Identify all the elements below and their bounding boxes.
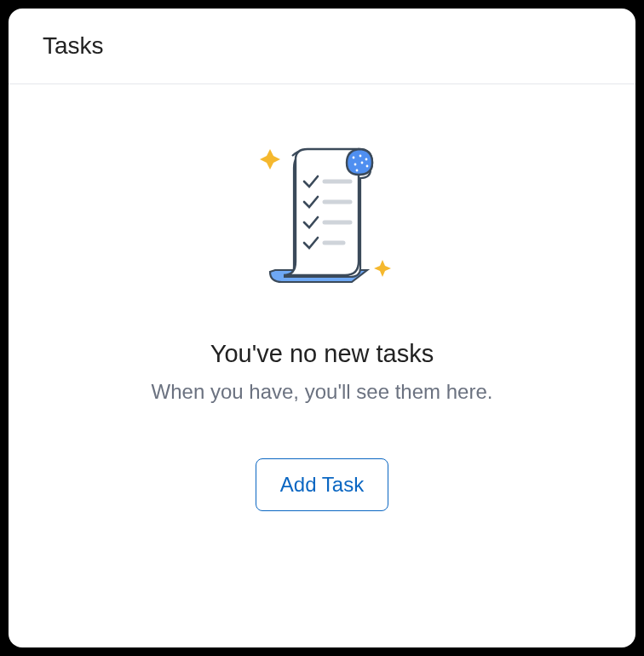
card-body: You've no new tasks When you have, you'l… xyxy=(9,84,635,647)
sparkle-icon xyxy=(374,260,391,277)
svg-point-2 xyxy=(359,155,362,158)
card-title: Tasks xyxy=(43,32,601,60)
svg-point-7 xyxy=(356,170,359,172)
empty-state-subtitle: When you have, you'll see them here. xyxy=(152,380,493,404)
svg-point-6 xyxy=(366,165,369,168)
svg-point-5 xyxy=(361,162,364,164)
empty-state-title: You've no new tasks xyxy=(210,340,434,368)
svg-point-4 xyxy=(354,164,357,166)
card-header: Tasks xyxy=(9,9,635,84)
empty-tasks-illustration xyxy=(224,134,420,304)
add-task-button[interactable]: Add Task xyxy=(256,458,388,511)
sparkle-icon xyxy=(260,149,280,170)
svg-point-3 xyxy=(365,158,368,161)
svg-point-1 xyxy=(353,157,355,159)
tasks-card: Tasks xyxy=(9,9,635,647)
